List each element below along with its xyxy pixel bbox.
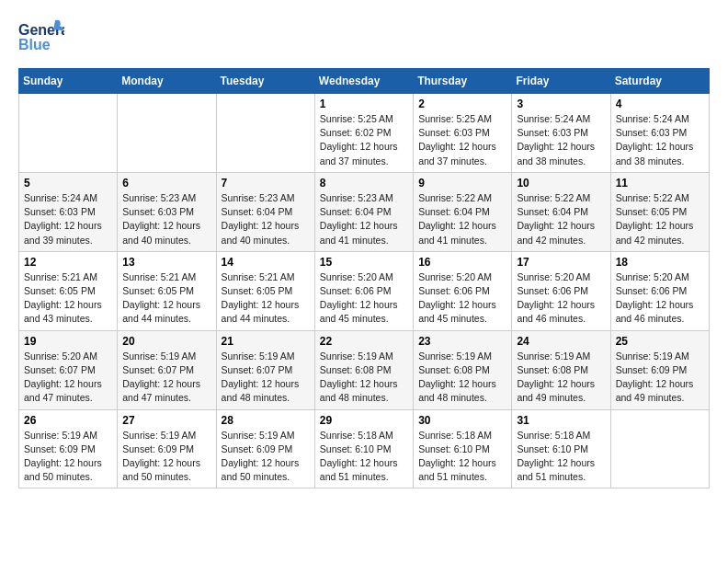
calendar-cell: 11Sunrise: 5:22 AM Sunset: 6:05 PM Dayli… [610,172,709,251]
calendar-cell: 4Sunrise: 5:24 AM Sunset: 6:03 PM Daylig… [610,94,709,173]
calendar-week-row: 12Sunrise: 5:21 AM Sunset: 6:05 PM Dayli… [19,251,710,330]
day-number: 5 [24,177,112,190]
day-number: 25 [616,335,704,348]
day-info: Sunrise: 5:20 AM Sunset: 6:06 PM Dayligh… [616,270,704,327]
calendar-cell [19,94,118,173]
calendar-cell: 7Sunrise: 5:23 AM Sunset: 6:04 PM Daylig… [216,172,314,251]
calendar-cell [610,409,709,488]
calendar-cell: 15Sunrise: 5:20 AM Sunset: 6:06 PM Dayli… [314,251,413,330]
calendar-cell: 3Sunrise: 5:24 AM Sunset: 6:03 PM Daylig… [512,94,610,173]
day-info: Sunrise: 5:19 AM Sunset: 6:08 PM Dayligh… [517,350,605,406]
day-info: Sunrise: 5:25 AM Sunset: 6:03 PM Dayligh… [418,112,506,168]
day-info: Sunrise: 5:20 AM Sunset: 6:06 PM Dayligh… [517,270,605,327]
calendar-cell: 13Sunrise: 5:21 AM Sunset: 6:05 PM Dayli… [118,251,216,330]
calendar-cell: 6Sunrise: 5:23 AM Sunset: 6:03 PM Daylig… [118,172,216,251]
day-number: 20 [122,335,210,348]
calendar-cell: 22Sunrise: 5:19 AM Sunset: 6:08 PM Dayli… [314,330,413,409]
day-info: Sunrise: 5:25 AM Sunset: 6:02 PM Dayligh… [320,112,408,168]
logo-svg: GeneralBlue [18,18,64,59]
calendar-day-header: Monday [118,69,216,94]
page: GeneralBlue SundayMondayTuesdayWednesday… [0,0,728,498]
calendar-week-row: 19Sunrise: 5:20 AM Sunset: 6:07 PM Dayli… [19,330,710,409]
calendar-cell: 10Sunrise: 5:22 AM Sunset: 6:04 PM Dayli… [512,172,610,251]
calendar-cell: 16Sunrise: 5:20 AM Sunset: 6:06 PM Dayli… [414,251,512,330]
day-info: Sunrise: 5:21 AM Sunset: 6:05 PM Dayligh… [222,270,310,327]
calendar-cell: 2Sunrise: 5:25 AM Sunset: 6:03 PM Daylig… [414,94,512,173]
day-number: 16 [418,256,506,269]
day-info: Sunrise: 5:23 AM Sunset: 6:03 PM Dayligh… [122,191,210,247]
calendar-table: SundayMondayTuesdayWednesdayThursdayFrid… [18,68,710,488]
day-info: Sunrise: 5:19 AM Sunset: 6:09 PM Dayligh… [24,429,112,485]
calendar-cell: 14Sunrise: 5:21 AM Sunset: 6:05 PM Dayli… [216,251,314,330]
day-number: 29 [320,414,408,427]
calendar-cell: 20Sunrise: 5:19 AM Sunset: 6:07 PM Dayli… [118,330,216,409]
day-number: 18 [616,256,704,269]
calendar-cell: 5Sunrise: 5:24 AM Sunset: 6:03 PM Daylig… [19,172,118,251]
day-number: 2 [418,98,506,110]
day-number: 26 [24,414,112,427]
day-number: 9 [418,177,506,190]
calendar-cell [216,94,314,173]
calendar-cell: 31Sunrise: 5:18 AM Sunset: 6:10 PM Dayli… [512,409,610,488]
calendar-cell: 1Sunrise: 5:25 AM Sunset: 6:02 PM Daylig… [314,94,413,173]
calendar-cell: 12Sunrise: 5:21 AM Sunset: 6:05 PM Dayli… [19,251,118,330]
calendar-day-header: Thursday [414,69,512,94]
day-info: Sunrise: 5:21 AM Sunset: 6:05 PM Dayligh… [24,270,112,327]
day-number: 12 [24,256,112,269]
day-number: 7 [222,177,310,190]
calendar-cell: 26Sunrise: 5:19 AM Sunset: 6:09 PM Dayli… [19,409,118,488]
day-info: Sunrise: 5:23 AM Sunset: 6:04 PM Dayligh… [222,191,310,247]
day-info: Sunrise: 5:19 AM Sunset: 6:08 PM Dayligh… [320,350,408,406]
day-info: Sunrise: 5:22 AM Sunset: 6:04 PM Dayligh… [418,191,506,247]
day-number: 15 [320,256,408,269]
calendar-cell: 9Sunrise: 5:22 AM Sunset: 6:04 PM Daylig… [414,172,512,251]
calendar-cell: 21Sunrise: 5:19 AM Sunset: 6:07 PM Dayli… [216,330,314,409]
day-info: Sunrise: 5:20 AM Sunset: 6:07 PM Dayligh… [24,350,112,406]
day-number: 13 [122,256,210,269]
calendar-cell: 23Sunrise: 5:19 AM Sunset: 6:08 PM Dayli… [414,330,512,409]
day-number: 8 [320,177,408,190]
day-info: Sunrise: 5:24 AM Sunset: 6:03 PM Dayligh… [616,112,704,168]
calendar-cell: 17Sunrise: 5:20 AM Sunset: 6:06 PM Dayli… [512,251,610,330]
day-number: 11 [616,177,704,190]
calendar-cell: 27Sunrise: 5:19 AM Sunset: 6:09 PM Dayli… [118,409,216,488]
day-info: Sunrise: 5:18 AM Sunset: 6:10 PM Dayligh… [418,429,506,485]
day-info: Sunrise: 5:22 AM Sunset: 6:05 PM Dayligh… [616,191,704,247]
day-number: 19 [24,335,112,348]
calendar-day-header: Friday [512,69,610,94]
day-info: Sunrise: 5:19 AM Sunset: 6:07 PM Dayligh… [222,350,310,406]
day-info: Sunrise: 5:23 AM Sunset: 6:04 PM Dayligh… [320,191,408,247]
day-info: Sunrise: 5:18 AM Sunset: 6:10 PM Dayligh… [320,429,408,485]
day-number: 10 [517,177,605,190]
calendar-week-row: 1Sunrise: 5:25 AM Sunset: 6:02 PM Daylig… [19,94,710,173]
calendar-cell: 24Sunrise: 5:19 AM Sunset: 6:08 PM Dayli… [512,330,610,409]
day-info: Sunrise: 5:24 AM Sunset: 6:03 PM Dayligh… [517,112,605,168]
day-info: Sunrise: 5:20 AM Sunset: 6:06 PM Dayligh… [418,270,506,327]
day-info: Sunrise: 5:21 AM Sunset: 6:05 PM Dayligh… [122,270,210,327]
day-info: Sunrise: 5:19 AM Sunset: 6:08 PM Dayligh… [418,350,506,406]
day-number: 21 [222,335,310,348]
day-number: 27 [122,414,210,427]
day-number: 14 [222,256,310,269]
svg-text:Blue: Blue [18,37,51,52]
day-info: Sunrise: 5:19 AM Sunset: 6:09 PM Dayligh… [616,350,704,406]
day-info: Sunrise: 5:19 AM Sunset: 6:09 PM Dayligh… [122,429,210,485]
calendar-cell: 18Sunrise: 5:20 AM Sunset: 6:06 PM Dayli… [610,251,709,330]
day-info: Sunrise: 5:20 AM Sunset: 6:06 PM Dayligh… [320,270,408,327]
calendar-week-row: 26Sunrise: 5:19 AM Sunset: 6:09 PM Dayli… [19,409,710,488]
day-number: 6 [122,177,210,190]
day-number: 4 [616,98,704,110]
day-number: 30 [418,414,506,427]
calendar-day-header: Wednesday [314,69,413,94]
calendar-cell [118,94,216,173]
day-number: 3 [517,98,605,110]
day-number: 28 [222,414,310,427]
day-number: 22 [320,335,408,348]
day-number: 17 [517,256,605,269]
calendar-week-row: 5Sunrise: 5:24 AM Sunset: 6:03 PM Daylig… [19,172,710,251]
day-info: Sunrise: 5:24 AM Sunset: 6:03 PM Dayligh… [24,191,112,247]
calendar-cell: 29Sunrise: 5:18 AM Sunset: 6:10 PM Dayli… [314,409,413,488]
calendar-day-header: Sunday [19,69,118,94]
calendar-cell: 28Sunrise: 5:19 AM Sunset: 6:09 PM Dayli… [216,409,314,488]
day-number: 31 [517,414,605,427]
